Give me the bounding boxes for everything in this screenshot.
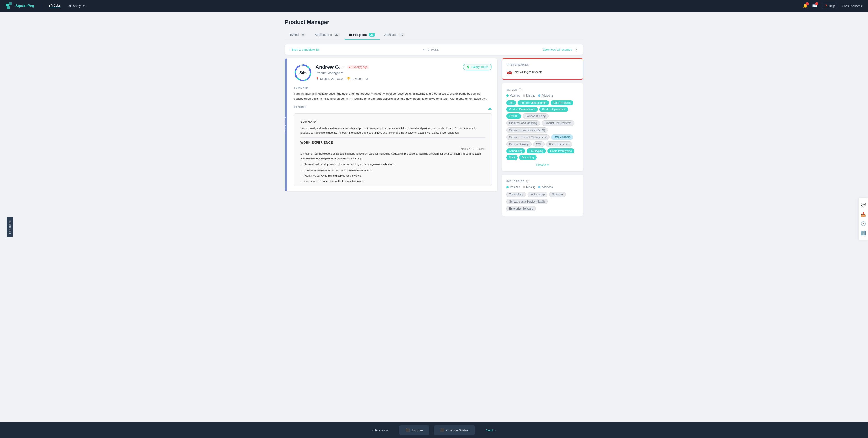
comment-icon[interactable]: 💬 — [861, 202, 866, 207]
download-resumes-button[interactable]: Download all resumes — [543, 48, 572, 51]
skill-tag-12[interactable]: Design Thinking — [506, 142, 532, 147]
dot-matched-ind — [506, 186, 508, 188]
industry-tag-1[interactable]: tech startup — [528, 192, 548, 197]
ind-legend-matched: Matched — [506, 186, 520, 189]
resume-preview: Summary I am an analytical, collaborativ… — [294, 114, 492, 186]
skill-tag-13[interactable]: SQL — [533, 142, 545, 147]
resume-job-2: Consistently hit program launch deadline… — [301, 185, 485, 186]
industries-info-icon[interactable]: ⓘ — [526, 179, 529, 183]
svg-rect-1 — [9, 2, 12, 5]
skill-tag-18[interactable]: Swift — [506, 155, 518, 160]
industries-label: INDUSTRIES — [506, 180, 525, 183]
chevron-down-icon: ▾ — [547, 163, 549, 166]
industries-tags-container: Technologytech startupSoftwareSoftware a… — [506, 192, 579, 211]
skill-tag-14[interactable]: User Experience — [546, 142, 572, 147]
notification-badge — [806, 2, 809, 5]
svg-rect-6 — [70, 5, 71, 7]
industry-tag-2[interactable]: Software — [549, 192, 565, 197]
tab-applications[interactable]: Applications 22 — [310, 31, 345, 39]
candidate-card: Scheduled 84% — [285, 58, 497, 191]
resume-job-date: March 2019 – Present — [461, 147, 485, 151]
help-circle-icon: ❓ — [824, 4, 828, 8]
content-area: Scheduled 84% — [285, 58, 583, 216]
industry-tag-4[interactable]: Enterprise Software — [506, 206, 536, 211]
skill-tag-0[interactable]: Jira — [506, 100, 516, 105]
nav-jobs[interactable]: Jobs — [49, 4, 61, 8]
tab-invited[interactable]: Invited 0 — [285, 31, 310, 39]
user-menu[interactable]: Chris Stauffer ▾ — [842, 4, 863, 8]
dot-missing — [523, 94, 525, 97]
tags-area: 🏷 0 TAGS: — [423, 48, 439, 51]
resume-bullet-3: Workshop survey forms and survey results… — [305, 173, 485, 178]
skills-legend: Matched Missing Additional — [506, 94, 579, 97]
industry-tag-3[interactable]: Software as a Service (SaaS) — [506, 199, 548, 204]
skill-tag-16[interactable]: Prototyping — [527, 149, 546, 153]
experience-meta: 🏆 10 years — [347, 77, 363, 81]
nav-right-area: 🔔 ✉️ ❓ Help Chris Stauffer ▾ — [803, 3, 863, 9]
skill-tag-1[interactable]: Product Management — [518, 100, 549, 105]
resume-bullets: Professional development workshop schedu… — [301, 162, 485, 184]
dot-additional-ind — [538, 186, 540, 188]
candidate-tabs: Invited 0 Applications 22 In-Progress 29… — [285, 31, 583, 40]
tab-applications-count: 22 — [333, 33, 340, 37]
nav-analytics[interactable]: Analytics — [68, 4, 86, 8]
skills-card: SKILLS ⓘ Matched Missing Additional — [502, 83, 583, 171]
relocation-icon: 🚗 — [507, 69, 513, 74]
industries-legend: Matched Missing Additional — [506, 186, 579, 189]
back-button[interactable]: ‹ Back to candidate list — [289, 48, 319, 51]
skills-info-icon[interactable]: ⓘ — [519, 88, 522, 92]
history-icon[interactable]: 🕐 — [861, 221, 866, 223]
expand-skills-button[interactable]: Expand ▾ — [506, 163, 579, 166]
industry-tag-0[interactable]: Technology — [506, 192, 526, 197]
star-icon[interactable]: ☆ — [342, 65, 345, 69]
right-sidebar: 💬 📤 🕐 ℹ️ — [858, 198, 868, 223]
notification-bell[interactable]: 🔔 — [803, 3, 808, 8]
location-meta: 📍 Seattle, WA, USA — [315, 77, 343, 81]
skill-tag-10[interactable]: Software Product Management — [506, 134, 550, 140]
svg-rect-0 — [6, 4, 8, 6]
skill-tag-15[interactable]: Scheduling — [506, 149, 525, 153]
page-title: Product Manager — [285, 19, 583, 25]
toolbar-right: Download all resumes ⋮ — [543, 47, 579, 52]
resume-bullet-1: Professional development workshop schedu… — [305, 162, 485, 167]
skill-tag-11[interactable]: Data Analysis — [551, 134, 573, 140]
share-icon[interactable]: 📤 — [861, 212, 866, 217]
tab-archived-count: 49 — [398, 33, 405, 37]
resume-summary-text: I am an analytical, collaborative, and u… — [301, 126, 485, 135]
email-icon[interactable]: ✉ — [366, 77, 368, 81]
help-button[interactable]: ❓ Help — [822, 3, 837, 9]
tab-in-progress[interactable]: In-Progress 29 — [345, 31, 380, 39]
skill-tag-9[interactable]: Software as a Service (SaaS) — [506, 127, 548, 133]
messages-icon[interactable]: ✉️ — [812, 3, 817, 8]
resume-work-heading: Work Experience — [301, 140, 485, 145]
feedback-tab[interactable]: Feedback — [7, 217, 13, 223]
skill-tag-4[interactable]: Product Operations — [539, 107, 568, 112]
more-options-button[interactable]: ⋮ — [575, 47, 579, 52]
skill-tag-3[interactable]: Product Development — [506, 107, 538, 112]
upload-icon[interactable]: ☁ — [488, 106, 492, 111]
skill-tag-6[interactable]: Solution Building — [523, 114, 549, 119]
candidate-info: Andrew G. ☆ ● 1 year(s) ago 💲 Salary mat… — [315, 64, 492, 81]
scheduled-badge: Scheduled — [285, 58, 287, 191]
svg-rect-5 — [69, 5, 70, 7]
skill-tag-7[interactable]: Product Road Mapping — [506, 121, 540, 126]
toolbar-left: ‹ Back to candidate list — [289, 48, 319, 51]
tag-icon: 🏷 — [423, 48, 426, 51]
skill-tag-8[interactable]: Product Requirements — [541, 121, 575, 126]
legend-missing: Missing — [523, 94, 535, 97]
skill-tag-2[interactable]: Data Products — [551, 100, 573, 105]
tab-in-progress-count: 29 — [369, 33, 375, 37]
skill-tag-5[interactable]: Invision — [506, 114, 521, 119]
tab-archived[interactable]: Archived 49 — [380, 31, 410, 39]
pref-relocation: 🚗 Not willing to relocate — [507, 69, 578, 74]
industries-card: INDUSTRIES ⓘ Matched Missing Additional — [502, 175, 583, 216]
summary-section: SUMMARY I am an analytical, collaborativ… — [294, 86, 492, 101]
right-panel: PREFERENCES 🚗 Not willing to relocate SK… — [502, 58, 583, 216]
app-logo[interactable]: SquarePeg — [5, 2, 34, 10]
skill-tag-19[interactable]: Marketing — [519, 155, 537, 160]
main-content: Product Manager Invited 0 Applications 2… — [276, 12, 592, 223]
ind-legend-missing: Missing — [523, 186, 535, 189]
skill-tag-17[interactable]: Rapid Prototyping — [548, 149, 575, 153]
salary-match-button[interactable]: 💲 Salary match — [463, 64, 492, 70]
resume-section: RESUME ☁ Summary I am an analytical, col… — [285, 106, 497, 191]
